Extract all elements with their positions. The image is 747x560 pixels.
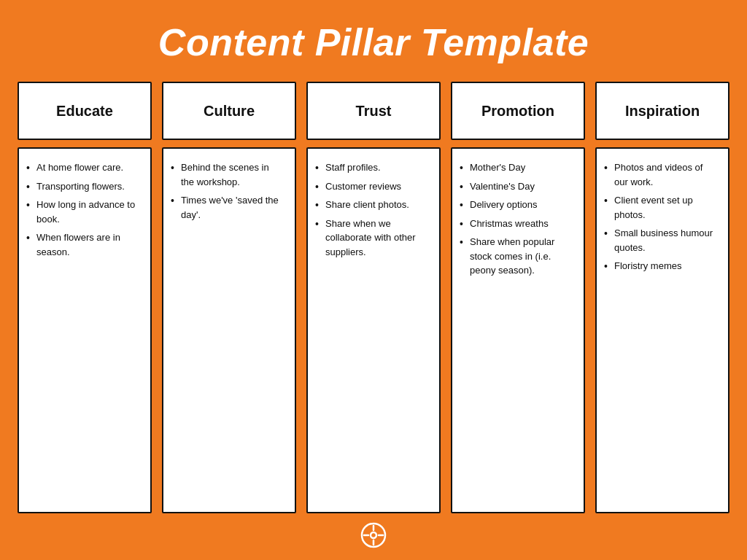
logo-icon [360,522,387,548]
pillar-column-educate: EducateAt home flower care.Transporting … [18,82,152,513]
list-item: At home flower care. [26,160,140,175]
list-item: Share when we collaborate with other sup… [315,217,429,260]
pillar-header-promotion: Promotion [451,82,585,140]
pillar-header-text-inspiration: Inspiration [625,103,700,120]
pillar-header-trust: Trust [306,82,441,140]
list-item: How long in advance to book. [26,198,140,226]
list-item: Delivery options [460,198,573,212]
pillar-header-text-promotion: Promotion [481,103,554,120]
pillar-body-trust: Staff profiles.Customer reviewsShare cli… [306,147,441,513]
list-item: Transporting flowers. [26,179,140,194]
list-item: Mother's Day [460,160,573,175]
list-item: Times we've 'saved the day'. [171,193,285,222]
pillar-header-text-culture: Culture [204,103,255,120]
pillar-header-text-trust: Trust [356,103,392,120]
list-item: Small business humour quotes. [604,226,718,254]
footer [360,513,387,560]
pillar-body-inspiration: Photos and videos of our work.Client eve… [595,147,729,513]
pillar-column-culture: CultureBehind the scenes in the workshop… [162,82,296,513]
list-item: Customer reviews [315,179,429,194]
pillar-body-culture: Behind the scenes in the workshop.Times … [162,147,296,513]
pillar-header-text-educate: Educate [56,103,113,120]
list-item: Floristry memes [604,259,718,273]
pillars-container: EducateAt home flower care.Transporting … [0,82,747,513]
pillar-body-educate: At home flower care.Transporting flowers… [18,147,152,513]
list-item: Christmas wreaths [460,217,573,231]
pillar-column-trust: TrustStaff profiles.Customer reviewsShar… [306,82,441,513]
pillar-header-educate: Educate [18,82,152,140]
pillar-header-inspiration: Inspiration [595,82,729,140]
page-title: Content Pillar Template [158,20,589,64]
pillar-column-inspiration: InspirationPhotos and videos of our work… [595,82,729,513]
list-item: Client event set up photos. [604,193,718,222]
pillar-header-culture: Culture [162,82,296,140]
list-item: When flowers are in season. [26,230,140,259]
list-item: Staff profiles. [315,160,429,175]
pillar-body-promotion: Mother's DayValentine's DayDelivery opti… [451,147,585,513]
list-item: Behind the scenes in the workshop. [171,160,285,189]
list-item: Share client photos. [315,198,429,212]
list-item: Valentine's Day [460,179,573,194]
pillar-column-promotion: PromotionMother's DayValentine's DayDeli… [451,82,585,513]
list-item: Share when popular stock comes in (i.e. … [460,235,573,278]
list-item: Photos and videos of our work. [604,160,718,189]
svg-point-1 [371,532,376,538]
